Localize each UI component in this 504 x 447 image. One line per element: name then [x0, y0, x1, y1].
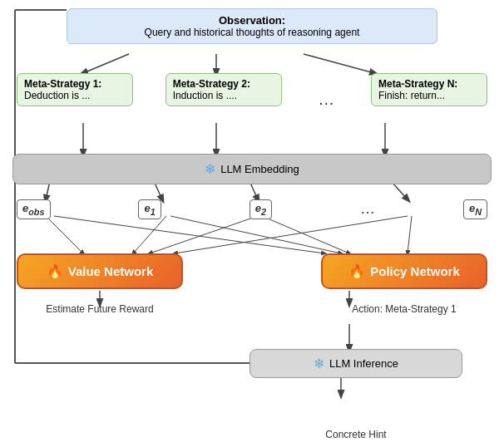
llm-inference-label: LLM Inference — [329, 357, 398, 370]
observation-title: Observation: — [76, 14, 428, 27]
meta-n-desc: Finish: return... — [378, 90, 480, 101]
diagram: Observation: Query and historical though… — [0, 0, 504, 447]
value-network-sublabel: Estimate Future Reward — [17, 303, 183, 315]
svg-line-14 — [170, 216, 341, 253]
policy-network-box: 🔥 Policy Network — [321, 253, 487, 289]
embed-obs: eobs — [17, 199, 51, 219]
networks-row: 🔥 Value Network 🔥 Policy Network — [17, 253, 487, 289]
snowflake-infer-icon: ❄ — [314, 356, 324, 371]
svg-line-16 — [262, 216, 349, 253]
meta-strategy-1: Meta-Strategy 1: Deduction is ... — [17, 73, 133, 106]
meta-strategy-row: Meta-Strategy 1: Deduction is ... Meta-S… — [17, 73, 487, 109]
meta-strategy-n: Meta-Strategy N: Finish: return... — [371, 73, 487, 106]
meta-2-desc: Induction is .... — [173, 90, 274, 101]
policy-network-sublabel: Action: Meta-Strategy 1 — [321, 303, 487, 315]
meta-dots: … — [314, 73, 338, 109]
meta-2-title: Meta-Strategy 2: — [173, 78, 274, 90]
concrete-hint-label: Concrete Hint — [250, 429, 462, 440]
svg-line-12 — [54, 216, 324, 253]
meta-strategy-2: Meta-Strategy 2: Induction is .... — [166, 73, 282, 106]
svg-line-18 — [408, 216, 412, 253]
llm-embedding-box: ❄ LLM Embedding — [12, 154, 492, 184]
arrows-svg — [0, 0, 504, 447]
svg-line-11 — [46, 216, 83, 253]
meta-n-title: Meta-Strategy N: — [378, 78, 480, 90]
llm-inference-box: ❄ LLM Inference — [250, 349, 462, 378]
policy-flame-icon: 🔥 — [348, 263, 365, 279]
svg-line-17 — [175, 216, 408, 253]
embeddings-row: eobs e1 e2 … eN — [17, 199, 487, 219]
observation-box: Observation: Query and historical though… — [67, 8, 437, 44]
value-network-box: 🔥 Value Network — [17, 253, 183, 289]
svg-line-13 — [133, 216, 166, 253]
policy-network-label: Policy Network — [370, 264, 460, 278]
observation-subtitle: Query and historical thoughts of reasoni… — [76, 27, 428, 38]
llm-embedding-label: LLM Embedding — [220, 163, 299, 175]
meta-1-desc: Deduction is ... — [24, 90, 126, 101]
embed-n: eN — [463, 199, 487, 219]
svg-line-3 — [304, 54, 374, 73]
meta-1-title: Meta-Strategy 1: — [24, 78, 126, 90]
value-flame-icon: 🔥 — [47, 263, 63, 279]
value-network-label: Value Network — [68, 264, 154, 278]
svg-line-15 — [150, 216, 258, 253]
snowflake-icon: ❄ — [205, 161, 215, 177]
embed-1: e1 — [138, 199, 161, 219]
embed-2: e2 — [250, 199, 272, 219]
svg-line-1 — [83, 54, 129, 73]
embed-dots: … — [360, 200, 375, 218]
